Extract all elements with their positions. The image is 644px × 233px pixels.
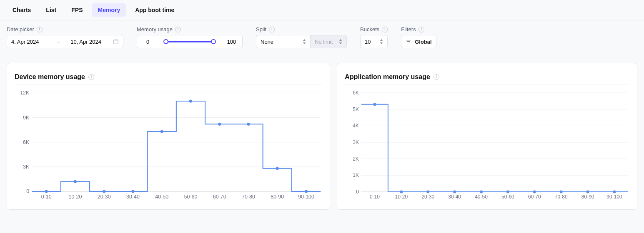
svg-point-30 (305, 190, 308, 193)
info-icon[interactable]: i (37, 27, 43, 32)
svg-text:20-30: 20-30 (98, 194, 111, 200)
memory-max-input[interactable] (225, 39, 238, 45)
app-memory-card: Application memory usage i 01K2K3K4K5K6K… (337, 63, 637, 210)
date-picker-group: Date picker i → (7, 26, 123, 48)
card-title: Application memory usage (345, 73, 430, 81)
svg-text:20-30: 20-30 (422, 194, 435, 200)
svg-text:2K: 2K (353, 156, 359, 162)
svg-text:12K: 12K (20, 90, 30, 96)
svg-point-62 (560, 191, 563, 193)
svg-point-23 (103, 190, 105, 193)
memory-max-input-wrap (221, 35, 243, 48)
buckets-select[interactable]: 10 (360, 35, 388, 48)
memory-min-input-wrap (137, 35, 158, 48)
svg-text:70-80: 70-80 (242, 194, 255, 200)
svg-text:40-50: 40-50 (155, 194, 168, 200)
global-filter-text: Global (415, 39, 431, 45)
svg-text:10-20: 10-20 (395, 194, 408, 200)
info-icon[interactable]: i (175, 27, 181, 32)
split-value: None (261, 39, 273, 45)
svg-text:6K: 6K (353, 90, 359, 96)
svg-text:30-40: 30-40 (449, 194, 461, 200)
filters-label: Filters i (401, 26, 436, 32)
info-icon[interactable]: i (418, 27, 424, 32)
device-memory-card: Device memory usage i 03K6K9K12K0-1010-2… (7, 63, 330, 210)
calendar-icon[interactable] (113, 39, 119, 45)
svg-point-59 (480, 191, 483, 193)
svg-text:0: 0 (356, 189, 359, 195)
charts-row: Device memory usage i 03K6K9K12K0-1010-2… (0, 56, 644, 216)
date-to-input[interactable] (70, 39, 105, 45)
split-label: Split i (256, 26, 347, 32)
svg-text:0-10: 0-10 (41, 194, 52, 200)
svg-text:9K: 9K (23, 115, 30, 121)
filter-bar: Date picker i → Memory usage i (0, 20, 644, 56)
svg-point-58 (453, 191, 456, 193)
svg-point-24 (131, 190, 134, 193)
split-select[interactable]: None (256, 35, 310, 48)
tab-app-boot-time[interactable]: App boot time (129, 3, 180, 17)
svg-text:30-40: 30-40 (126, 194, 140, 200)
svg-rect-0 (114, 40, 118, 44)
svg-text:3K: 3K (353, 139, 359, 145)
tab-list[interactable]: List (40, 3, 62, 17)
global-filter-button[interactable]: Global (401, 35, 436, 48)
info-icon[interactable]: i (434, 74, 439, 80)
date-from-input[interactable] (11, 39, 45, 45)
svg-point-28 (247, 123, 250, 126)
buckets-group: Buckets i 10 (360, 26, 388, 48)
svg-text:80-90: 80-90 (271, 194, 284, 200)
memory-usage-label: Memory usage i (137, 26, 243, 32)
buckets-value: 10 (365, 39, 371, 45)
slider-thumb-min[interactable] (163, 39, 168, 44)
app-memory-chart: 01K2K3K4K5K6K0-1010-2020-3030-4040-5050-… (345, 89, 629, 202)
svg-text:60-70: 60-70 (528, 194, 541, 200)
svg-text:50-60: 50-60 (184, 194, 198, 200)
split-limit-select: No limit (310, 35, 347, 48)
svg-text:3K: 3K (23, 164, 30, 170)
buckets-label: Buckets i (360, 26, 388, 32)
select-caret-icon (303, 39, 306, 44)
svg-point-29 (276, 167, 279, 170)
svg-point-56 (400, 191, 403, 193)
select-caret-icon (380, 39, 383, 44)
svg-point-63 (586, 191, 589, 193)
tab-charts[interactable]: Charts (7, 3, 37, 17)
split-label-text: Split (256, 26, 266, 32)
svg-text:90-100: 90-100 (607, 194, 623, 200)
svg-text:70-80: 70-80 (555, 194, 568, 200)
split-group: Split i None No limit (256, 26, 347, 48)
svg-point-22 (74, 180, 77, 183)
info-icon[interactable]: i (88, 74, 94, 80)
date-picker-label-text: Date picker (7, 26, 34, 32)
card-title: Device memory usage (15, 73, 85, 81)
info-icon[interactable]: i (382, 27, 388, 32)
svg-point-26 (189, 99, 192, 102)
svg-text:1K: 1K (353, 172, 359, 178)
svg-text:0: 0 (26, 188, 29, 194)
memory-usage-label-text: Memory usage (137, 26, 173, 32)
date-picker-label: Date picker i (7, 26, 123, 32)
svg-point-57 (427, 191, 430, 193)
filter-icon (406, 39, 411, 45)
select-caret-icon (339, 39, 342, 44)
svg-text:90-100: 90-100 (298, 194, 314, 200)
date-range-input[interactable]: → (7, 35, 123, 48)
tab-bar: Charts List FPS Memory App boot time (0, 0, 644, 20)
split-limit-value: No limit (315, 39, 333, 45)
svg-text:4K: 4K (353, 123, 359, 129)
svg-point-55 (373, 103, 376, 106)
svg-text:0-10: 0-10 (370, 194, 380, 200)
svg-point-64 (613, 191, 616, 193)
svg-text:40-50: 40-50 (475, 194, 488, 200)
svg-point-25 (160, 130, 163, 133)
info-icon[interactable]: i (269, 27, 275, 32)
memory-min-input[interactable] (141, 39, 154, 45)
slider-thumb-max[interactable] (211, 39, 216, 44)
buckets-label-text: Buckets (360, 26, 379, 32)
tab-memory[interactable]: Memory (92, 3, 126, 17)
svg-point-60 (506, 191, 509, 193)
svg-point-21 (45, 190, 48, 193)
memory-slider[interactable] (158, 35, 221, 48)
tab-fps[interactable]: FPS (65, 3, 88, 17)
